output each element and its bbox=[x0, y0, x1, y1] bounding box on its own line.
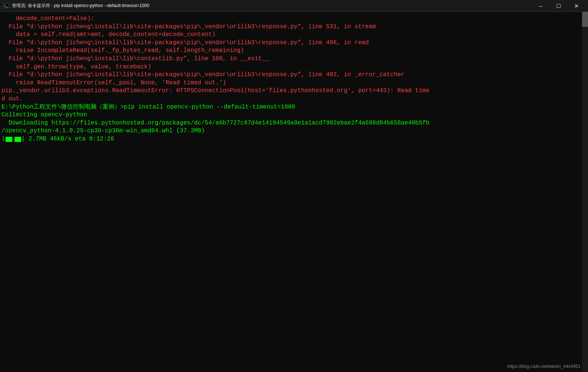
terminal-line: Collecting opencv-python bbox=[1, 111, 587, 119]
maximize-button[interactable]: ☐ bbox=[550, 0, 567, 12]
titlebar: 管理员: 命令提示符 - pip install opencv-python -… bbox=[0, 0, 588, 12]
terminal-line: File “d:\python jicheng\install\lib\cont… bbox=[1, 55, 587, 63]
terminal-line: pip._vendor.urllib3.exceptions.ReadTimeo… bbox=[1, 87, 587, 95]
terminal-line: Downloading https://files.pythonhosted.o… bbox=[1, 119, 587, 127]
terminal-line: raise IncompleteRead(self._fp_bytes_read… bbox=[1, 47, 587, 55]
scrollbar[interactable] bbox=[582, 12, 588, 372]
terminal-line: /opencv_python-4.1.0.25-cp36-cp36m-win_a… bbox=[1, 127, 587, 135]
progress-suffix: | 2.7MB 46kB/s eta 0:12:26 bbox=[22, 135, 114, 143]
minimize-button[interactable]: – bbox=[532, 0, 549, 12]
terminal-line: E:\Python工程文件\微信控制电脑（案例）>pip install ope… bbox=[1, 103, 587, 111]
terminal-line: File “d:\python jicheng\install\lib\site… bbox=[1, 71, 587, 79]
terminal-line: File “d:\python jicheng\install\lib\site… bbox=[1, 39, 587, 47]
terminal-line: d out. bbox=[1, 95, 587, 103]
terminal-line: self.gen.throw(type, value, traceback) bbox=[1, 63, 587, 71]
terminal-output: decode_content=False): File “d:\python j… bbox=[1, 15, 587, 135]
close-button[interactable]: ✕ bbox=[568, 0, 585, 12]
cmd-icon bbox=[3, 3, 10, 9]
progress-prefix: | bbox=[1, 135, 5, 143]
terminal-line: raise ReadTimeoutError(self._pool, None,… bbox=[1, 79, 587, 87]
terminal-line: data = self.read(amt=amt, decode_content… bbox=[1, 31, 587, 39]
terminal-line: File “d:\python jicheng\install\lib\site… bbox=[1, 23, 587, 31]
progress-block bbox=[14, 137, 21, 142]
titlebar-title: 管理员: 命令提示符 - pip install opencv-python -… bbox=[12, 3, 532, 9]
titlebar-controls: – ☐ ✕ bbox=[532, 0, 585, 12]
scrollbar-thumb[interactable] bbox=[582, 12, 588, 27]
progress-bar bbox=[5, 137, 22, 142]
terminal: decode_content=False): File “d:\python j… bbox=[0, 12, 588, 372]
watermark: https://blog.csdn.net/weixin_4444951 bbox=[507, 364, 581, 369]
terminal-line: decode_content=False): bbox=[1, 15, 587, 23]
progress-line: | | 2.7MB 46kB/s eta 0:12:26 bbox=[1, 135, 587, 143]
progress-block bbox=[6, 137, 12, 142]
